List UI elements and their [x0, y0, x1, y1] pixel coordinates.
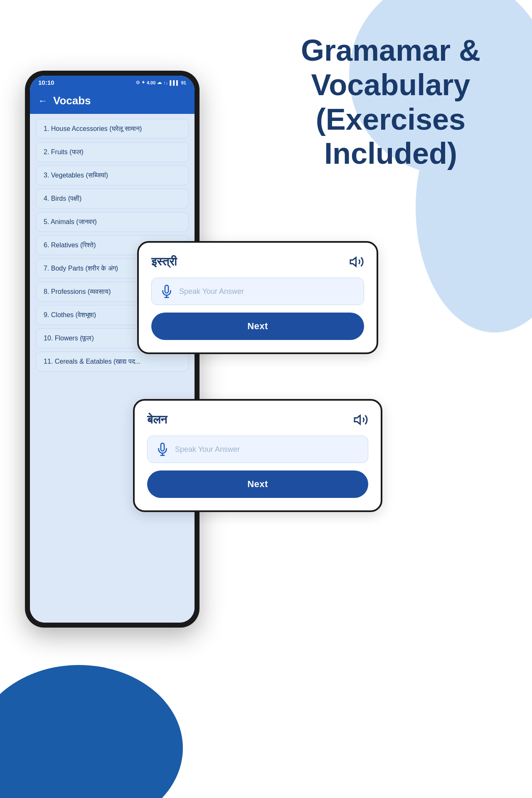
app-header: ← Vocabs [30, 89, 195, 114]
screen-title: Vocabs [53, 94, 91, 107]
vocab-item-4[interactable]: 4. Birds (पक्षी) [36, 189, 189, 209]
app-tagline: Gramamar & Vocabulary (Exercises Include… [270, 33, 511, 171]
mic-icon-2 [156, 443, 169, 456]
speaker-icon-1[interactable] [349, 254, 364, 269]
tagline-line4: Included) [324, 137, 457, 170]
next-button-1[interactable]: Next [151, 313, 364, 340]
card-1-speak-placeholder: Speak Your Answer [179, 287, 244, 296]
svg-marker-3 [355, 416, 360, 424]
card-2-header: बेलन [147, 412, 368, 427]
status-time: 10:10 [38, 79, 54, 86]
vocab-list: 1. House Accessories (घरेलू सामान) 2. Fr… [30, 114, 195, 623]
svg-marker-0 [350, 258, 356, 266]
back-button[interactable]: ← [38, 96, 47, 106]
mic-icon-1 [160, 285, 173, 298]
exercise-card-2: बेलन Speak Your Answer Next [133, 399, 382, 512]
bg-shape-bottom-left [0, 665, 183, 798]
vocab-item-5[interactable]: 5. Animals (जानवर) [36, 212, 189, 232]
card-2-speak-placeholder: Speak Your Answer [175, 445, 240, 454]
status-icons: ⊙ ✦ 4.00 ☁ ↑↓ ▌▌▌ 91 [136, 80, 186, 85]
next-button-2[interactable]: Next [147, 470, 368, 498]
vocab-item-3[interactable]: 3. Vegetables (सब्जियां) [36, 165, 189, 185]
tagline-line3: (Exercises [316, 103, 466, 136]
card-1-header: इस्त्री [151, 254, 364, 269]
tagline-line2: Vocabulary [311, 68, 470, 101]
exercise-card-1: इस्त्री Speak Your Answer Next [137, 241, 378, 354]
vocab-item-1[interactable]: 1. House Accessories (घरेलू सामान) [36, 119, 189, 139]
card-2-speak-input[interactable]: Speak Your Answer [147, 436, 368, 463]
tagline-line1: Gramamar & [301, 34, 480, 67]
vocab-item-2[interactable]: 2. Fruits (फल) [36, 142, 189, 162]
card-1-word: इस्त्री [151, 255, 177, 269]
card-1-speak-input[interactable]: Speak Your Answer [151, 278, 364, 305]
status-bar: 10:10 ⊙ ✦ 4.00 ☁ ↑↓ ▌▌▌ 91 [30, 76, 195, 89]
vocab-item-11[interactable]: 11. Cereals & Eatables (खाद्य पद... [36, 352, 189, 372]
card-2-word: बेलन [147, 413, 167, 427]
speaker-icon-2[interactable] [353, 412, 368, 427]
